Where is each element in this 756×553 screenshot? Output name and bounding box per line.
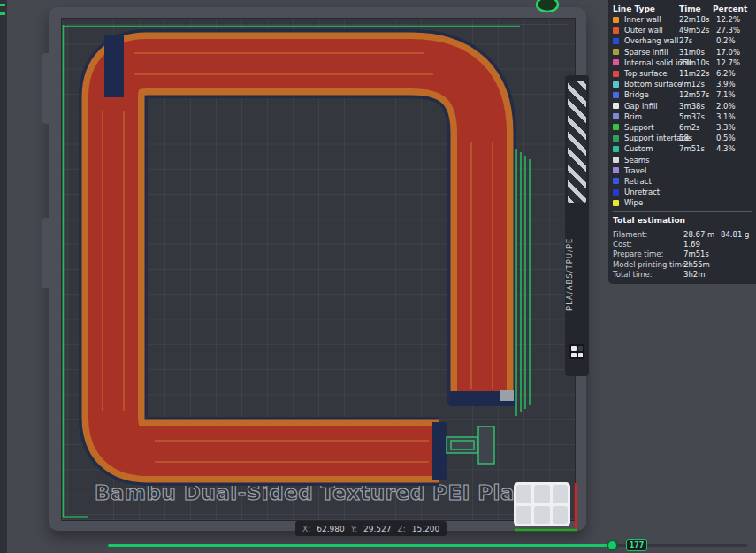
legend-panel: Line Type Time Percent Inner wall 22m18s… <box>608 0 756 284</box>
total-row-total-time: Total time: 3h2m <box>613 269 752 279</box>
line-type-label: Bridge <box>624 90 679 99</box>
line-type-label: Support <box>624 123 679 132</box>
line-type-percent: 0.5% <box>716 134 752 142</box>
legend-row-custom[interactable]: Custom 7m51s 4.3% <box>613 143 752 154</box>
plate-material-label: PLA/ABS/TPU/PE <box>565 208 589 341</box>
x-value: 62.980 <box>317 525 345 534</box>
plate-side-strip: PLA/ABS/TPU/PE <box>565 75 589 376</box>
total-value: 1.69 <box>683 240 721 249</box>
line-type-label: Outer wall <box>624 26 679 35</box>
legend-row-gap-infill[interactable]: Gap infill 3m38s 2.0% <box>613 101 752 111</box>
line-type-label: Inner wall <box>624 15 679 24</box>
plate-surface <box>61 18 576 521</box>
col-line-type: Line Type <box>613 4 679 13</box>
plate-clip-tab <box>42 218 50 288</box>
line-type-label: Travel <box>624 166 679 175</box>
line-type-label: Overhang wall <box>624 36 679 45</box>
legend-row-inner-wall[interactable]: Inner wall 22m18s 12.2% <box>613 14 752 25</box>
line-type-swatch <box>613 167 619 173</box>
line-type-swatch <box>613 157 619 163</box>
line-type-label: Internal solid infill <box>624 58 679 67</box>
line-type-label: Wipe <box>624 198 679 207</box>
line-type-time: 27s <box>679 36 716 45</box>
line-type-label: Top surface <box>624 69 679 78</box>
line-type-percent: 4.3% <box>716 144 752 153</box>
line-type-percent: 3.9% <box>716 80 752 88</box>
line-type-time: 12m57s <box>679 90 716 99</box>
line-type-swatch <box>613 124 619 130</box>
line-type-percent: 0.2% <box>716 36 752 45</box>
line-type-swatch <box>613 189 619 196</box>
line-type-label: Retract <box>624 177 679 186</box>
line-type-time: 7m51s <box>679 144 716 153</box>
y-label: Y: <box>351 525 357 534</box>
legend-row-support-interface[interactable]: Support interface 58s 0.5% <box>613 133 752 143</box>
legend-row-bridge[interactable]: Bridge 12m57s 7.1% <box>613 89 752 100</box>
green-marker <box>0 12 5 15</box>
line-type-time: 49m52s <box>679 26 716 35</box>
layer-slider-value: 177 <box>626 539 647 551</box>
total-label: Prepare time: <box>613 250 683 258</box>
legend-row-retract[interactable]: Retract <box>613 176 752 187</box>
line-type-swatch <box>613 200 619 206</box>
total-value2: 84.81 g <box>721 230 752 239</box>
coordinate-readout: X: 62.980 Y: 29.527 Z: 15.200 <box>295 521 447 536</box>
x-label: X: <box>302 525 310 534</box>
legend-row-unretract[interactable]: Unretract <box>613 187 752 197</box>
total-label: Cost: <box>613 240 683 249</box>
total-estimation-title: Total estimation <box>613 215 752 227</box>
col-time: Time <box>679 4 713 13</box>
total-value: 28.67 m <box>683 230 721 239</box>
line-type-swatch <box>613 113 619 119</box>
z-value: 15.200 <box>412 525 440 534</box>
line-type-time: 6m2s <box>679 123 716 132</box>
line-type-label: Seams <box>624 156 679 165</box>
total-row-filament: Filament: 28.67 m 84.81 g <box>613 229 752 239</box>
line-type-time: 7m12s <box>679 80 716 88</box>
line-type-swatch <box>613 17 619 23</box>
line-type-label: Bottom surface <box>624 80 679 88</box>
legend-row-bottom-surface[interactable]: Bottom surface 7m12s 3.9% <box>613 79 752 89</box>
line-type-label: Custom <box>624 144 679 153</box>
legend-row-wipe[interactable]: Wipe <box>613 197 752 208</box>
legend-row-internal-solid-infill[interactable]: Internal solid infill 23m10s 12.7% <box>613 58 752 68</box>
y-value: 29.527 <box>363 525 392 534</box>
line-type-percent: 6.2% <box>716 69 752 78</box>
legend-row-overhang-wall[interactable]: Overhang wall 27s 0.2% <box>613 35 752 46</box>
line-type-swatch <box>613 59 619 65</box>
line-type-percent: 27.3% <box>716 26 752 35</box>
total-row-prepare-time: Prepare time: 7m51s <box>613 250 752 259</box>
legend-row-support[interactable]: Support 6m2s 3.3% <box>613 122 752 133</box>
line-type-percent: 12.7% <box>716 58 752 67</box>
line-type-percent: 17.0% <box>716 48 752 57</box>
total-label: Filament: <box>613 230 683 239</box>
line-type-time: 31m0s <box>679 48 716 57</box>
line-type-swatch <box>613 49 619 55</box>
plate-grid-icon[interactable] <box>514 482 570 526</box>
line-type-swatch <box>613 92 619 98</box>
layer-slider-handle[interactable] <box>607 540 618 551</box>
legend-row-travel[interactable]: Travel <box>613 165 752 176</box>
total-value: 3h2m <box>683 270 721 279</box>
layer-slider-track[interactable] <box>108 544 747 547</box>
line-type-swatch <box>613 71 619 77</box>
line-type-swatch <box>613 103 619 109</box>
total-value: 2h55m <box>683 260 721 269</box>
line-type-time: 3m38s <box>679 102 716 111</box>
legend-row-top-surface[interactable]: Top surface 11m22s 6.2% <box>613 68 752 79</box>
legend-row-outer-wall[interactable]: Outer wall 49m52s 27.3% <box>613 25 752 35</box>
hazard-stripes-marker <box>568 81 586 203</box>
build-plate[interactable]: PLA/ABS/TPU/PE Bambu Dual-Sided Textured… <box>49 7 586 531</box>
legend-row-sparse-infill[interactable]: Sparse infill 31m0s 17.0% <box>613 47 752 58</box>
line-type-label: Support interface <box>624 134 679 142</box>
total-value: 7m51s <box>683 250 721 258</box>
line-type-swatch <box>613 146 619 152</box>
plate-clip-tab <box>42 53 50 124</box>
line-type-swatch <box>613 38 619 44</box>
legend-row-seams[interactable]: Seams <box>613 154 752 165</box>
legend-row-brim[interactable]: Brim 5m37s 3.1% <box>613 111 752 122</box>
line-type-percent: 3.3% <box>716 123 752 132</box>
line-type-swatch <box>613 135 619 142</box>
line-type-percent: 2.0% <box>716 102 752 111</box>
line-type-swatch <box>613 27 619 34</box>
